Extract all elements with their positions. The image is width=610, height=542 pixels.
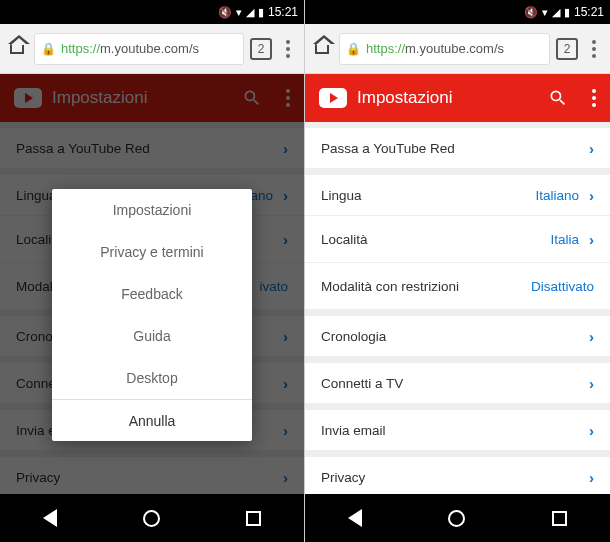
tab-switcher[interactable]: 2	[250, 38, 272, 60]
row-value: Disattivato	[531, 279, 594, 294]
row-connect-tv[interactable]: Connetti a TV ›	[305, 357, 610, 404]
row-label: Privacy	[321, 470, 589, 485]
row-restricted[interactable]: Modalità con restrizioni Disattivato	[305, 263, 610, 310]
status-bar: 🔇 ▾ ◢ ▮ 15:21	[305, 0, 610, 24]
lock-icon: 🔒	[41, 42, 56, 56]
settings-list: Passa a YouTube Red › Lingua Italiano › …	[305, 122, 610, 494]
row-label: Invia email	[321, 423, 589, 438]
row-history[interactable]: Cronologia ›	[305, 310, 610, 357]
row-label: Connetti a TV	[321, 376, 589, 391]
url-scheme: https://	[61, 41, 100, 56]
url-scheme: https://	[366, 41, 405, 56]
wifi-icon: ▾	[236, 6, 242, 19]
menu-item-feedback[interactable]: Feedback	[52, 273, 252, 315]
mute-icon: 🔇	[524, 6, 538, 19]
chevron-right-icon: ›	[589, 328, 594, 345]
row-label: Passa a YouTube Red	[321, 141, 589, 156]
status-bar: 🔇 ▾ ◢ ▮ 15:21	[0, 0, 304, 24]
row-label: Lingua	[321, 188, 535, 203]
chevron-right-icon: ›	[589, 375, 594, 392]
page-title: Impostazioni	[357, 88, 538, 108]
clock: 15:21	[268, 5, 298, 19]
menu-item-help[interactable]: Guida	[52, 315, 252, 357]
url-host: m.youtube.com/s	[405, 41, 504, 56]
chrome-menu-icon[interactable]	[278, 40, 298, 58]
row-privacy[interactable]: Privacy ›	[305, 451, 610, 494]
row-language[interactable]: Lingua Italiano ›	[305, 169, 610, 216]
row-send-email[interactable]: Invia email ›	[305, 404, 610, 451]
youtube-logo-icon[interactable]	[319, 88, 347, 108]
url-host: m.youtube.com/s	[100, 41, 199, 56]
nav-back-icon[interactable]	[43, 509, 57, 527]
youtube-header: Impostazioni	[305, 74, 610, 122]
search-icon[interactable]	[548, 88, 568, 108]
phone-right: 🔇 ▾ ◢ ▮ 15:21 🔒 https://m.youtube.com/s …	[305, 0, 610, 542]
chrome-toolbar: 🔒 https://m.youtube.com/s 2	[0, 24, 304, 74]
nav-home-icon[interactable]	[448, 510, 465, 527]
row-youtube-red[interactable]: Passa a YouTube Red ›	[305, 122, 610, 169]
tab-switcher[interactable]: 2	[556, 38, 578, 60]
nav-recent-icon[interactable]	[246, 511, 261, 526]
nav-bar	[305, 494, 610, 542]
lock-icon: 🔒	[346, 42, 361, 56]
wifi-icon: ▾	[542, 6, 548, 19]
nav-home-icon[interactable]	[143, 510, 160, 527]
home-icon[interactable]	[6, 38, 28, 60]
menu-item-desktop[interactable]: Desktop	[52, 357, 252, 399]
chevron-right-icon: ›	[589, 231, 594, 248]
chevron-right-icon: ›	[589, 469, 594, 486]
menu-item-privacy-terms[interactable]: Privacy e termini	[52, 231, 252, 273]
action-sheet: Impostazioni Privacy e termini Feedback …	[52, 189, 252, 441]
signal-icon: ◢	[552, 6, 560, 19]
clock: 15:21	[574, 5, 604, 19]
youtube-menu-icon[interactable]	[592, 89, 596, 107]
menu-item-settings[interactable]: Impostazioni	[52, 189, 252, 231]
chevron-right-icon: ›	[589, 422, 594, 439]
phone-left: 🔇 ▾ ◢ ▮ 15:21 🔒 https://m.youtube.com/s …	[0, 0, 305, 542]
mute-icon: 🔇	[218, 6, 232, 19]
row-value: Italia	[550, 232, 579, 247]
chrome-toolbar: 🔒 https://m.youtube.com/s 2	[305, 24, 610, 74]
home-icon[interactable]	[311, 38, 333, 60]
row-label: Località	[321, 232, 550, 247]
row-value: Italiano	[535, 188, 579, 203]
chevron-right-icon: ›	[589, 187, 594, 204]
url-bar[interactable]: 🔒 https://m.youtube.com/s	[339, 33, 550, 65]
row-label: Cronologia	[321, 329, 589, 344]
row-label: Modalità con restrizioni	[321, 279, 531, 294]
nav-back-icon[interactable]	[348, 509, 362, 527]
row-location[interactable]: Località Italia ›	[305, 216, 610, 263]
battery-icon: ▮	[564, 6, 570, 19]
menu-item-cancel[interactable]: Annulla	[52, 399, 252, 441]
battery-icon: ▮	[258, 6, 264, 19]
nav-bar	[0, 494, 304, 542]
chrome-menu-icon[interactable]	[584, 40, 604, 58]
url-bar[interactable]: 🔒 https://m.youtube.com/s	[34, 33, 244, 65]
nav-recent-icon[interactable]	[552, 511, 567, 526]
chevron-right-icon: ›	[589, 140, 594, 157]
signal-icon: ◢	[246, 6, 254, 19]
